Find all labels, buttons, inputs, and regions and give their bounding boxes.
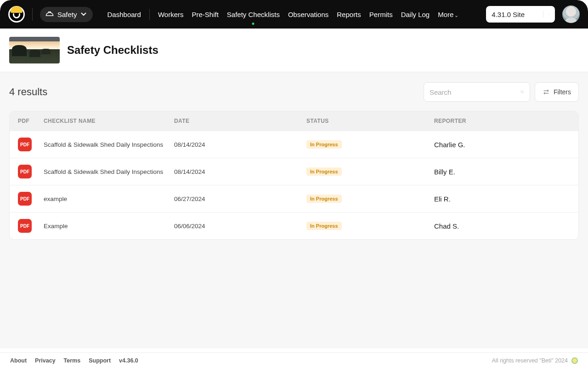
status-badge: In Progress [306,222,342,230]
nav-more[interactable]: More⌄ [438,9,458,20]
chevron-down-icon [543,11,549,17]
nav-dashboard[interactable]: Dashboard [107,9,150,20]
top-nav: Safety Dashboard Workers Pre-Shift Safet… [0,0,588,29]
footer: About Privacy Terms Support v4.36.0 All … [0,352,588,368]
svg-point-1 [547,90,548,92]
page-header: Safety Checklists [0,29,588,72]
hard-hat-icon [45,11,54,17]
nav-daily-log[interactable]: Daily Log [401,9,430,20]
col-header-status: STATUS [306,118,434,124]
col-header-reporter: REPORTER [434,118,570,124]
status-badge: In Progress [306,167,342,176]
footer-about[interactable]: About [10,357,27,364]
table-row[interactable]: PDF Example 06/06/2024 In Progress Chad … [10,212,578,239]
search-box[interactable] [424,82,530,102]
footer-privacy[interactable]: Privacy [35,357,55,364]
filters-label: Filters [554,88,571,96]
nav-workers[interactable]: Workers [158,9,184,20]
cell-reporter: Eli R. [434,195,570,203]
page-title: Safety Checklists [67,44,158,57]
cell-reporter: Charlie G. [434,141,570,149]
brand-logo[interactable] [8,6,25,23]
nav-observations[interactable]: Observations [288,9,328,20]
table-header: PDF CHECKLIST NAME DATE STATUS REPORTER [10,111,578,131]
user-avatar[interactable] [562,6,580,23]
cell-date: 06/06/2024 [174,223,306,230]
cell-name: example [44,196,174,202]
cell-name: Scaffold & Sidewalk Shed Daily Inspectio… [44,168,174,175]
nav-more-label: More [438,11,453,18]
cell-reporter: Chad S. [434,222,570,230]
col-header-date: DATE [174,118,306,124]
pdf-icon[interactable]: PDF [18,165,32,178]
module-switcher[interactable]: Safety [40,7,93,22]
module-label: Safety [57,11,77,18]
footer-support[interactable]: Support [89,357,111,364]
nav-safety-checklists[interactable]: Safety Checklists [227,9,280,20]
nav-permits[interactable]: Permits [369,9,393,20]
header-image [9,37,60,63]
nav-reports[interactable]: Reports [337,9,361,20]
cell-name: Example [44,223,174,230]
svg-point-2 [544,92,545,94]
table-row[interactable]: PDF Scaffold & Sidewalk Shed Daily Inspe… [10,158,578,185]
checklists-table: PDF CHECKLIST NAME DATE STATUS REPORTER … [9,111,579,240]
content-area: 4 results Filters PDF CHECKLIST NAME DAT… [0,72,588,348]
footer-version: v4.36.0 [119,357,138,364]
results-count: 4 results [9,86,47,98]
search-input[interactable] [430,88,517,96]
status-dot-icon [571,357,578,364]
nav-pre-shift[interactable]: Pre-Shift [192,9,218,20]
cell-date: 08/14/2024 [174,141,306,148]
chevron-down-icon [81,12,86,16]
caret-icon: ⌄ [454,12,458,18]
svg-point-0 [521,91,523,93]
pdf-icon[interactable]: PDF [18,138,32,151]
filters-button[interactable]: Filters [535,82,579,102]
footer-terms[interactable]: Terms [64,357,81,364]
cell-reporter: Billy E. [434,168,570,176]
col-header-pdf: PDF [18,118,44,124]
cell-name: Scaffold & Sidewalk Shed Daily Inspectio… [44,141,174,148]
footer-copyright: All rights reserved "Beti" 2024 [492,357,568,364]
col-header-name: CHECKLIST NAME [44,118,174,124]
site-selector[interactable]: 4.31.0 Site [486,6,555,23]
pdf-icon[interactable]: PDF [18,219,32,233]
cell-date: 08/14/2024 [174,168,306,175]
nav-links: Dashboard Workers Pre-Shift Safety Check… [107,9,459,20]
sliders-icon [543,88,550,96]
divider [32,8,33,21]
pdf-icon[interactable]: PDF [18,192,32,206]
cell-date: 06/27/2024 [174,196,306,202]
status-badge: In Progress [306,195,342,203]
site-selector-value: 4.31.0 Site [492,11,525,18]
results-bar: 4 results Filters [9,82,579,102]
search-icon [520,88,524,96]
status-badge: In Progress [306,140,342,149]
table-row[interactable]: PDF example 06/27/2024 In Progress Eli R… [10,185,578,212]
table-row[interactable]: PDF Scaffold & Sidewalk Shed Daily Inspe… [10,131,578,158]
